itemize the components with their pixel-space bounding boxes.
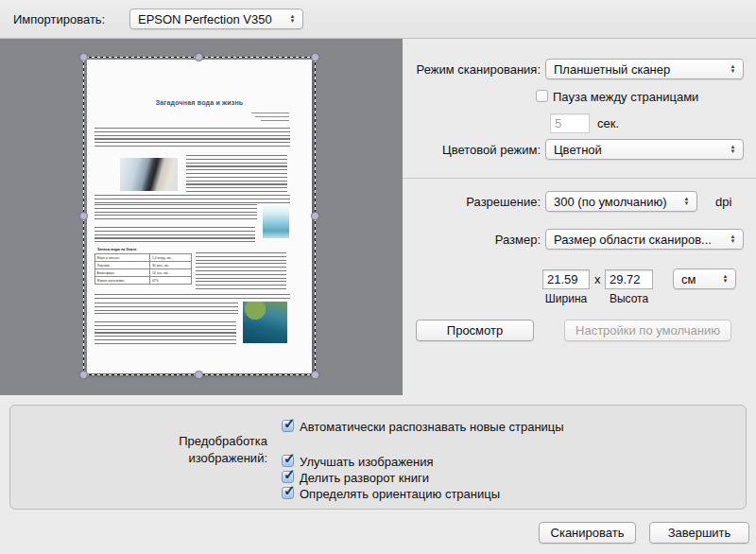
popup-arrows-icon: ▲▼ xyxy=(726,64,743,74)
device-popup[interactable]: EPSON Perfection V350 ▲▼ xyxy=(129,9,303,29)
scanned-page-preview: Загадочная вода и жизнь Запасы воды на З… xyxy=(87,60,312,373)
detect-orientation-checkbox[interactable] xyxy=(282,487,294,499)
preview-canvas[interactable]: Загадочная вода и жизнь Запасы воды на З… xyxy=(0,39,403,395)
enhance-images-label: Улучшать изображения xyxy=(300,455,434,469)
size-label: Размер: xyxy=(495,233,541,247)
panel-separator xyxy=(403,178,756,179)
document-title: Загадочная вода и жизнь xyxy=(87,99,312,106)
selection-handle-bottom-left[interactable] xyxy=(79,371,88,379)
selection-handle-bottom-mid[interactable] xyxy=(195,371,203,379)
selection-handle-mid-right[interactable] xyxy=(311,212,319,220)
toolbar: Импортировать: EPSON Perfection V350 ▲▼ xyxy=(0,0,756,39)
finish-button[interactable]: Завершить xyxy=(649,522,749,544)
scan-mode-popup[interactable]: Планшетный сканер ▲▼ xyxy=(545,59,744,79)
table-heading: Запасы воды на Земле xyxy=(97,248,136,251)
popup-arrows-icon: ▲▼ xyxy=(679,197,696,206)
seconds-label: сек. xyxy=(597,116,619,130)
popup-arrows-icon: ▲▼ xyxy=(726,234,743,244)
size-value: Размер области сканиров... xyxy=(546,233,726,247)
height-field[interactable] xyxy=(605,269,653,289)
paragraph-block xyxy=(94,294,290,302)
dpi-label: dpi xyxy=(715,195,731,209)
paragraph-block xyxy=(94,303,238,317)
selection-handle-top-right[interactable] xyxy=(311,53,319,61)
epigraph-line xyxy=(261,120,289,121)
paragraph-block xyxy=(94,195,290,203)
water-reserves-table: Моря и океаны 1,4 млрд. км³ Ледники 30 м… xyxy=(94,253,192,285)
table-row: Ледники 30 млн. км³ xyxy=(95,262,192,269)
pause-checkbox[interactable] xyxy=(536,90,548,102)
popup-arrows-icon: ▲▼ xyxy=(726,145,743,154)
leaves-water-photo xyxy=(243,302,287,343)
paragraph-block xyxy=(196,252,286,291)
resolution-label: Разрешение: xyxy=(466,195,541,209)
table-cell: 1,4 млрд. км³ xyxy=(150,254,192,262)
width-field[interactable] xyxy=(542,269,590,289)
table-cell: Ледники xyxy=(95,262,150,269)
dimensions-x-separator: x xyxy=(594,272,601,286)
unit-popup[interactable]: см ▲▼ xyxy=(673,268,736,289)
popup-arrows-icon: ▲▼ xyxy=(718,274,735,284)
table-cell: 14 тыс. км³ xyxy=(150,269,192,277)
paragraph-block xyxy=(94,204,257,220)
paragraph-block xyxy=(94,128,290,149)
paragraph-block xyxy=(186,155,287,192)
scan-mode-value: Планшетный сканер xyxy=(546,62,726,77)
detect-orientation-label: Определять ориентацию страницы xyxy=(300,487,500,501)
pause-checkbox-label: Пауза между страницами xyxy=(553,90,698,104)
table-cell: Атмосфера xyxy=(95,269,150,277)
color-mode-label: Цветовой режим: xyxy=(442,143,541,157)
selection-handle-top-mid[interactable] xyxy=(195,53,203,61)
unit-value: см xyxy=(674,272,718,286)
color-mode-value: Цветной xyxy=(546,143,726,157)
epigraph-line xyxy=(255,116,289,117)
table-row: Живые организмы 67% xyxy=(95,277,192,285)
auto-detect-pages-label: Автоматически распознавать новые страниц… xyxy=(300,420,564,434)
scan-button[interactable]: Сканировать xyxy=(539,522,636,544)
scan-mode-label: Режим сканирования: xyxy=(417,62,541,77)
width-caption: Ширина xyxy=(542,292,590,305)
preview-button[interactable]: Просмотр xyxy=(416,320,534,341)
defaults-button[interactable]: Настройки по умолчанию xyxy=(564,320,731,341)
preprocess-label-line1: Предобработка xyxy=(179,434,267,448)
table-row: Моря и океаны 1,4 млрд. км³ xyxy=(95,254,192,262)
scanner-import-window: Импортировать: EPSON Perfection V350 ▲▼ … xyxy=(0,0,756,554)
paragraph-block xyxy=(94,227,255,243)
table-cell: Моря и океаны xyxy=(95,254,150,262)
color-mode-popup[interactable]: Цветной ▲▼ xyxy=(545,139,744,160)
split-book-spread-label: Делить разворот книги xyxy=(300,471,429,485)
popup-arrows-icon: ▲▼ xyxy=(285,14,302,24)
size-popup[interactable]: Размер области сканиров... ▲▼ xyxy=(545,229,744,250)
import-label: Импортировать: xyxy=(13,12,105,26)
preprocess-label-line2: изображений: xyxy=(189,451,267,465)
table-row: Атмосфера 14 тыс. км³ xyxy=(95,269,192,277)
resolution-value: 300 (по умолчанию) xyxy=(546,195,679,209)
table-cell: Живые организмы xyxy=(95,277,150,285)
water-glass-photo xyxy=(263,205,289,238)
epigraph-line xyxy=(251,113,289,113)
table-cell: 67% xyxy=(150,277,192,285)
selection-handle-mid-left[interactable] xyxy=(79,212,88,220)
auto-detect-pages-checkbox[interactable] xyxy=(282,420,294,432)
device-popup-value: EPSON Perfection V350 xyxy=(130,12,285,26)
resolution-popup[interactable]: 300 (по умолчанию) ▲▼ xyxy=(545,191,697,212)
selection-handle-top-left[interactable] xyxy=(79,53,88,61)
height-caption: Высота xyxy=(605,292,653,305)
table-cell: 30 млн. км³ xyxy=(150,262,192,269)
pause-seconds-field[interactable] xyxy=(550,113,590,133)
lab-photo xyxy=(120,158,178,191)
selection-handle-bottom-right[interactable] xyxy=(311,371,319,379)
paragraph-block xyxy=(94,321,236,345)
